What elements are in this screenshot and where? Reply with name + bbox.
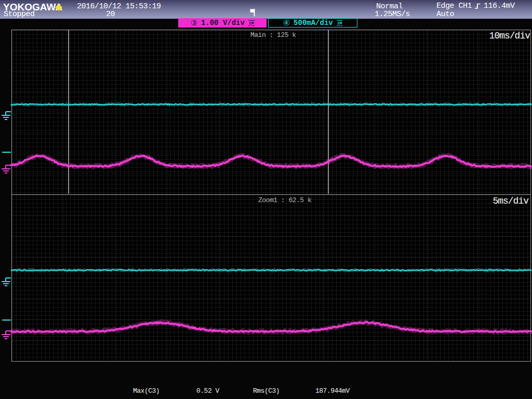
measurement-label: Max(C3) — [133, 387, 159, 395]
main-window-label: Main : 125 k — [250, 31, 296, 39]
ch4-scale-badge: ④500mA/div1M — [268, 18, 357, 28]
header-bar: YOKOGAWA ◆ 2016/10/12 15:53:19 Stopped 2… — [0, 0, 532, 19]
ch3-scale-value: 1.00 V/div — [201, 19, 245, 27]
zoom-timebase-label: 5ms/div — [493, 196, 528, 206]
sample-rate-label: 1.25MS/s — [375, 10, 410, 19]
datetime-text: 2016/10/12 15:53:19 — [77, 2, 161, 11]
rising-edge-icon — [474, 2, 481, 10]
zoom-graticule — [11, 194, 531, 362]
trigger-auto-label: Auto — [436, 10, 454, 19]
ch4-number-icon: ④ — [283, 18, 290, 28]
measurement-value: 187.944mV — [315, 387, 350, 395]
acquisition-count: 20 — [106, 10, 115, 19]
acquisition-status: Stopped — [4, 10, 35, 19]
ch3-scale-badge: ③1.00 V/div1M — [178, 18, 267, 28]
measurement-label: Rms(C3) — [253, 387, 280, 395]
main-graticule — [11, 30, 531, 194]
brand-diamond-icon: ◆ — [55, 1, 62, 12]
zoom-window-label: Zoom1 : 62.5 k — [258, 196, 311, 204]
ch3-number-icon: ③ — [190, 18, 197, 28]
ch4-scale-value: 500mA/div — [294, 19, 333, 27]
trigger-source-label: Edge CH1 — [436, 2, 472, 10]
ch3-impedance-1m-icon: 1M — [248, 20, 255, 26]
trigger-settings-row: Edge CH1 116.4mV — [436, 2, 515, 10]
main-timebase-label: 10ms/div — [489, 31, 530, 41]
trigger-level-label: 116.4mV — [484, 2, 515, 10]
ch4-impedance-1m-icon: 1M — [337, 20, 343, 26]
measurement-value: 0.52 V — [196, 387, 219, 395]
